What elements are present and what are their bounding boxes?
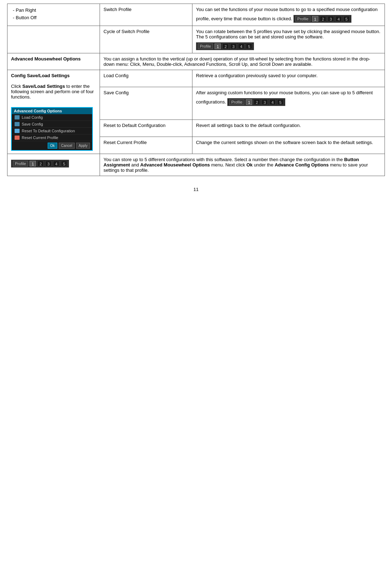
col1-advanced-mousewheel: Advanced Mousewheel Options xyxy=(7,53,100,70)
profile-num-1[interactable]: 1 xyxy=(312,16,318,22)
table-row: Cycle of Switch Profile You can rotate b… xyxy=(7,26,385,53)
config-saveload-subtext: Click Save/Load Settings to enter the fo… xyxy=(11,84,96,100)
col2-load-config: Load Config xyxy=(100,70,192,87)
cs-item-save: Save Config xyxy=(12,121,92,128)
profile-label: Profile xyxy=(295,16,311,22)
col2-reset-current: Reset Current Profile xyxy=(100,137,192,154)
col3-reset-current-desc: Change the current settings shown on the… xyxy=(192,137,385,154)
profile-num-2c[interactable]: 2 xyxy=(254,99,260,105)
col3-save-config-desc: After assigning custom functions to your… xyxy=(192,87,385,120)
col3-cycle-desc: You can rotate between the 5 profiles yo… xyxy=(192,26,385,53)
cs-item-load: Load Config xyxy=(12,114,92,121)
cs-label-load: Load Config xyxy=(22,115,43,120)
table-row: Config Save/Load Settings Click Save/Loa… xyxy=(7,70,385,87)
profile-num-1b[interactable]: 1 xyxy=(214,43,221,49)
profile-num-3c[interactable]: 3 xyxy=(261,99,268,105)
reset-current-label: Reset Current Profile xyxy=(104,140,147,145)
profile-num-2d[interactable]: 2 xyxy=(37,161,44,166)
profile-bar-2: Profile 1 2 3 4 5 xyxy=(196,42,254,50)
config-saveload-heading: Config Save/Load Settings xyxy=(11,73,96,78)
cs-apply-button[interactable]: Apply xyxy=(76,143,90,149)
profile-label-bottom: Profile xyxy=(13,161,28,166)
load-config-text: Retrieve a configuration previously save… xyxy=(196,73,318,78)
switch-profile-label: Switch Profile xyxy=(104,7,132,12)
cs-icon-reset-current xyxy=(15,136,20,140)
profile-label-3: Profile xyxy=(229,99,244,105)
col23-advanced-mousewheel-desc: You can assign a function to the vertica… xyxy=(100,53,385,70)
col1-profile-bar-row: Profile 1 2 3 4 5 xyxy=(7,154,100,176)
col23-bottom-text: You can store up to 5 different configur… xyxy=(100,154,385,176)
list-item: - Button Off xyxy=(13,14,96,22)
profile-num-5c[interactable]: 5 xyxy=(277,99,284,105)
button-off-label: Button Off xyxy=(16,14,36,22)
profile-num-1c[interactable]: 1 xyxy=(246,99,252,105)
cs-icon-reset-default xyxy=(15,129,20,133)
advanced-mousewheel-heading: Advanced Mousewheel Options xyxy=(11,56,81,62)
cs-ok-button[interactable]: Ok xyxy=(48,143,57,149)
col3-switch-profile-desc: You can set the functions of your mouse … xyxy=(192,4,385,26)
col2-switch-profile: Switch Profile xyxy=(100,4,192,26)
col3-reset-default-desc: Revert all settings back to the default … xyxy=(192,120,385,137)
col1-panright: - Pan Right - Button Off xyxy=(7,4,100,26)
col1-empty-2 xyxy=(7,26,100,53)
profile-num-5b[interactable]: 5 xyxy=(246,43,252,49)
cs-label-reset-current: Reset Current Profile xyxy=(22,136,58,140)
page-wrapper: - Pan Right - Button Off Switch Profile … xyxy=(0,0,392,213)
profile-num-2b[interactable]: 2 xyxy=(222,43,229,49)
main-table: - Pan Right - Button Off Switch Profile … xyxy=(7,4,385,176)
cs-cancel-button[interactable]: Cancel xyxy=(59,143,75,149)
table-row: Profile 1 2 3 4 5 You can store up to 5 … xyxy=(7,154,385,176)
cs-buttons: Ok Cancel Apply xyxy=(12,141,92,150)
profile-bar-bottom: Profile 1 2 3 4 5 xyxy=(11,160,69,168)
cs-label-reset-default: Reset To Default Configuration xyxy=(22,129,75,133)
profile-num-1d[interactable]: 1 xyxy=(30,161,36,166)
cs-item-reset-current: Reset Current Profile xyxy=(12,134,92,141)
col1-config-saveload: Config Save/Load Settings Click Save/Loa… xyxy=(7,70,100,154)
cycle-text: You can rotate between the 5 profiles yo… xyxy=(196,29,380,39)
cs-icon-load xyxy=(15,115,20,120)
pan-right-label: Pan Right xyxy=(16,7,36,14)
page-number: 11 xyxy=(7,187,385,192)
save-config-label: Save Config xyxy=(104,90,129,95)
profile-num-5[interactable]: 5 xyxy=(343,16,350,22)
profile-num-4c[interactable]: 4 xyxy=(269,99,276,105)
cs-label-save: Save Config xyxy=(22,122,43,126)
config-screenshot: Advanced Config Options Load Config Save… xyxy=(11,107,93,151)
list-item: - Pan Right xyxy=(13,7,96,14)
reset-default-text: Revert all settings back to the default … xyxy=(196,123,301,128)
load-config-label: Load Config xyxy=(104,73,128,78)
cycle-label: Cycle of Switch Profile xyxy=(104,29,149,34)
list-items: - Pan Right - Button Off xyxy=(11,7,96,22)
col2-reset-default: Reset to Default Configuration xyxy=(100,120,192,137)
col2-save-config: Save Config xyxy=(100,87,192,120)
bottom-text: You can store up to 5 different configur… xyxy=(104,157,368,173)
reset-default-label: Reset to Default Configuration xyxy=(104,123,165,128)
profile-num-4d[interactable]: 4 xyxy=(53,161,59,166)
table-row: - Pan Right - Button Off Switch Profile … xyxy=(7,4,385,26)
cs-icon-save xyxy=(15,122,20,126)
col2-cycle: Cycle of Switch Profile xyxy=(100,26,192,53)
cs-item-reset-default: Reset To Default Configuration xyxy=(12,128,92,134)
col3-load-config-desc: Retrieve a configuration previously save… xyxy=(192,70,385,87)
table-row: Advanced Mousewheel Options You can assi… xyxy=(7,53,385,70)
profile-label-2: Profile xyxy=(198,43,213,49)
profile-bar-3: Profile 1 2 3 4 5 xyxy=(227,98,285,106)
profile-num-3b[interactable]: 3 xyxy=(230,43,237,49)
profile-num-5d[interactable]: 5 xyxy=(61,161,67,166)
profile-num-3d[interactable]: 3 xyxy=(45,161,52,166)
profile-num-4b[interactable]: 4 xyxy=(238,43,244,49)
profile-num-2[interactable]: 2 xyxy=(320,16,326,22)
profile-num-4[interactable]: 4 xyxy=(335,16,342,22)
profile-num-3[interactable]: 3 xyxy=(328,16,334,22)
config-screenshot-title: Advanced Config Options xyxy=(12,108,92,114)
reset-current-text: Change the current settings shown on the… xyxy=(196,140,373,145)
profile-bar-1: Profile 1 2 3 4 5 xyxy=(293,15,351,23)
advanced-mousewheel-text: You can assign a function to the vertica… xyxy=(104,56,370,67)
